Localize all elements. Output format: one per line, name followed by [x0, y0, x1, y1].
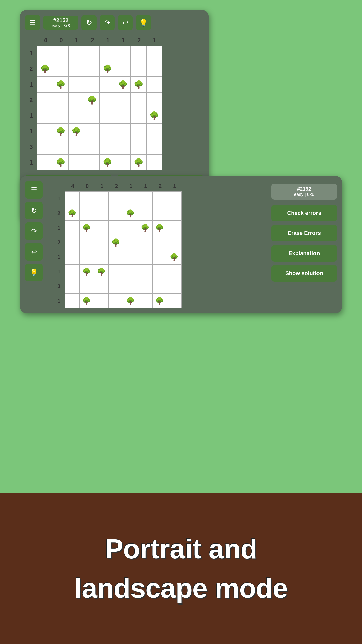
- grid-cell[interactable]: [53, 61, 68, 77]
- grid-cell[interactable]: [94, 191, 109, 206]
- grid-cell[interactable]: [94, 250, 109, 264]
- grid-cell[interactable]: [138, 235, 152, 250]
- landscape-explanation-button[interactable]: Explanation: [272, 245, 337, 262]
- grid-cell[interactable]: [109, 250, 123, 264]
- grid-cell[interactable]: 🌳: [79, 294, 94, 308]
- grid-cell[interactable]: [68, 46, 84, 61]
- grid-cell[interactable]: [167, 294, 182, 308]
- landscape-refresh-button[interactable]: ↻: [25, 202, 43, 219]
- grid-cell[interactable]: [100, 139, 115, 155]
- grid-cell[interactable]: [123, 264, 138, 279]
- grid-cell[interactable]: [37, 77, 53, 92]
- grid-cell[interactable]: [79, 235, 94, 250]
- grid-cell[interactable]: [123, 279, 138, 294]
- grid-cell[interactable]: [109, 294, 123, 308]
- grid-cell[interactable]: 🌳: [53, 77, 68, 92]
- grid-cell[interactable]: [65, 294, 79, 308]
- grid-cell[interactable]: [53, 46, 68, 61]
- grid-cell[interactable]: [138, 191, 152, 206]
- grid-cell[interactable]: [131, 139, 146, 155]
- grid-cell[interactable]: [146, 124, 162, 139]
- grid-cell[interactable]: [84, 139, 100, 155]
- grid-cell[interactable]: [146, 92, 162, 108]
- grid-cell[interactable]: [115, 61, 131, 77]
- grid-cell[interactable]: 🌳: [68, 124, 84, 139]
- grid-cell[interactable]: [146, 46, 162, 61]
- grid-cell[interactable]: [123, 235, 138, 250]
- grid-cell[interactable]: 🌳: [65, 206, 79, 221]
- grid-cell[interactable]: 🌳: [131, 155, 146, 170]
- grid-cell[interactable]: [65, 250, 79, 264]
- grid-cell[interactable]: [53, 139, 68, 155]
- grid-cell[interactable]: [79, 279, 94, 294]
- grid-cell[interactable]: [131, 92, 146, 108]
- grid-cell[interactable]: 🌳: [100, 61, 115, 77]
- landscape-show-solution-button[interactable]: Show solution: [272, 265, 337, 282]
- grid-cell[interactable]: [100, 92, 115, 108]
- grid-cell[interactable]: [94, 221, 109, 235]
- hint-button[interactable]: 💡: [136, 15, 151, 30]
- grid-cell[interactable]: [138, 294, 152, 308]
- grid-cell[interactable]: [84, 61, 100, 77]
- grid-cell[interactable]: [94, 206, 109, 221]
- menu-button[interactable]: ☰: [25, 15, 40, 30]
- grid-cell[interactable]: [152, 235, 167, 250]
- grid-cell[interactable]: 🌳: [146, 108, 162, 124]
- grid-cell[interactable]: 🌳: [167, 250, 182, 264]
- grid-cell[interactable]: 🌳: [138, 221, 152, 235]
- landscape-check-errors-button[interactable]: Check errors: [272, 205, 337, 221]
- grid-cell[interactable]: [79, 206, 94, 221]
- grid-cell[interactable]: [100, 46, 115, 61]
- grid-cell[interactable]: [37, 124, 53, 139]
- grid-cell[interactable]: [100, 124, 115, 139]
- grid-cell[interactable]: 🌳: [152, 294, 167, 308]
- grid-cell[interactable]: [115, 155, 131, 170]
- grid-cell[interactable]: [115, 92, 131, 108]
- grid-cell[interactable]: [84, 124, 100, 139]
- grid-cell[interactable]: [68, 139, 84, 155]
- grid-cell[interactable]: [123, 221, 138, 235]
- grid-cell[interactable]: [68, 108, 84, 124]
- grid-cell[interactable]: [152, 250, 167, 264]
- grid-cell[interactable]: 🌳: [84, 92, 100, 108]
- landscape-hint-button[interactable]: 💡: [25, 264, 43, 281]
- grid-cell[interactable]: 🌳: [115, 77, 131, 92]
- grid-cell[interactable]: [109, 279, 123, 294]
- grid-cell[interactable]: [146, 77, 162, 92]
- grid-cell[interactable]: [131, 46, 146, 61]
- redo-button[interactable]: ↷: [100, 15, 115, 30]
- grid-cell[interactable]: [138, 206, 152, 221]
- grid-cell[interactable]: [100, 77, 115, 92]
- grid-cell[interactable]: [131, 61, 146, 77]
- grid-cell[interactable]: [68, 92, 84, 108]
- undo-button[interactable]: ↩: [118, 15, 133, 30]
- grid-cell[interactable]: [115, 108, 131, 124]
- landscape-redo-button[interactable]: ↷: [25, 222, 43, 240]
- grid-cell[interactable]: 🌳: [94, 264, 109, 279]
- grid-cell[interactable]: [109, 221, 123, 235]
- grid-cell[interactable]: [152, 264, 167, 279]
- grid-cell[interactable]: [79, 191, 94, 206]
- grid-cell[interactable]: [115, 46, 131, 61]
- grid-cell[interactable]: [146, 139, 162, 155]
- grid-cell[interactable]: [84, 77, 100, 92]
- grid-cell[interactable]: [138, 250, 152, 264]
- grid-cell[interactable]: [146, 155, 162, 170]
- grid-cell[interactable]: [37, 139, 53, 155]
- grid-cell[interactable]: [84, 155, 100, 170]
- grid-cell[interactable]: [138, 279, 152, 294]
- grid-cell[interactable]: [65, 235, 79, 250]
- refresh-button[interactable]: ↻: [81, 15, 97, 30]
- grid-cell[interactable]: [167, 264, 182, 279]
- grid-cell[interactable]: [146, 61, 162, 77]
- grid-cell[interactable]: [68, 155, 84, 170]
- grid-cell[interactable]: [109, 191, 123, 206]
- grid-cell[interactable]: [152, 206, 167, 221]
- grid-cell[interactable]: [53, 108, 68, 124]
- grid-cell[interactable]: [100, 108, 115, 124]
- grid-cell[interactable]: [138, 264, 152, 279]
- landscape-menu-button[interactable]: ☰: [25, 181, 43, 199]
- grid-cell[interactable]: [115, 124, 131, 139]
- landscape-erase-errors-button[interactable]: Erase Errors: [272, 225, 337, 242]
- grid-cell[interactable]: 🌳: [53, 155, 68, 170]
